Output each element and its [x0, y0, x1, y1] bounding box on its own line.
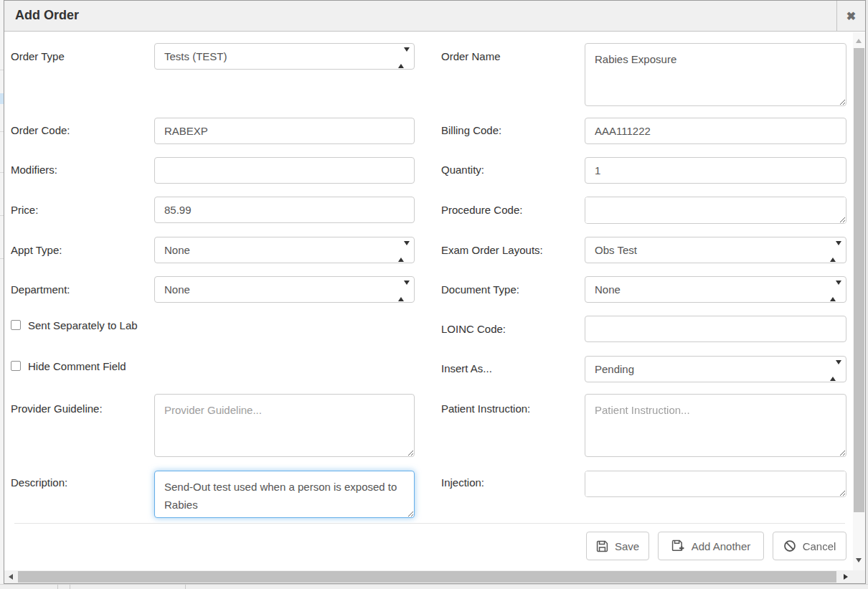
save-button[interactable]: Save: [586, 532, 649, 560]
chevron-updown-icon: [398, 52, 405, 62]
document-type-label: Document Type:: [441, 283, 519, 296]
background-table-line: [185, 585, 186, 589]
horizontal-scrollbar-thumb[interactable]: [18, 571, 836, 583]
price-input[interactable]: [154, 197, 415, 223]
exam-order-layouts-label: Exam Order Layouts:: [441, 244, 543, 256]
billing-code-input[interactable]: [585, 118, 846, 144]
close-icon: ✖: [846, 11, 856, 22]
order-type-value: Tests (TEST): [164, 50, 227, 62]
appt-type-label: Appt Type:: [11, 244, 62, 256]
exam-order-layouts-select[interactable]: Obs Test: [585, 237, 846, 263]
footer-divider: [14, 523, 845, 524]
procedure-code-textarea[interactable]: [585, 197, 846, 224]
injection-textarea[interactable]: [585, 471, 846, 497]
floppy-disk-plus-icon: [671, 539, 685, 552]
quantity-input[interactable]: [585, 157, 846, 184]
injection-label: Injection:: [441, 476, 484, 489]
scroll-left-arrow-icon[interactable]: [9, 574, 13, 580]
background-table-line: [70, 585, 70, 589]
add-order-dialog: Add Order ✖ Order Type Tests (TEST) Orde…: [4, 0, 866, 584]
order-type-label: Order Type: [11, 50, 65, 62]
patient-instruction-label: Patient Instruction:: [441, 402, 530, 415]
add-another-button[interactable]: Add Another: [658, 532, 764, 560]
close-button[interactable]: ✖: [836, 1, 865, 32]
chevron-updown-icon: [398, 245, 405, 255]
chevron-updown-icon: [830, 364, 836, 374]
insert-as-value: Pending: [595, 363, 634, 375]
background-page-bottom-sliver: [0, 584, 868, 589]
order-code-input[interactable]: [154, 118, 415, 144]
billing-code-label: Billing Code:: [441, 124, 501, 136]
scrollbar-corner: [853, 570, 865, 583]
scroll-right-arrow-icon[interactable]: [844, 574, 848, 580]
document-type-value: None: [595, 283, 621, 296]
document-type-select[interactable]: None: [585, 276, 846, 303]
ban-circle-icon: [783, 539, 796, 552]
horizontal-scrollbar[interactable]: [4, 570, 853, 583]
order-name-label: Order Name: [441, 50, 501, 62]
order-name-textarea[interactable]: Rabies Exposure: [585, 43, 846, 106]
price-label: Price:: [11, 204, 38, 216]
order-type-select[interactable]: Tests (TEST): [154, 43, 415, 70]
dialog-header: Add Order ✖: [4, 1, 865, 32]
chevron-updown-icon: [830, 285, 836, 295]
insert-as-select[interactable]: Pending: [585, 356, 846, 382]
loinc-code-input[interactable]: [585, 316, 846, 342]
department-select[interactable]: None: [154, 276, 415, 303]
provider-guideline-textarea[interactable]: [154, 394, 415, 457]
hide-comment-field-label: Hide Comment Field: [28, 360, 126, 372]
cancel-button-label: Cancel: [803, 540, 836, 552]
sent-separately-to-lab-label: Sent Separately to Lab: [28, 319, 138, 331]
patient-instruction-textarea[interactable]: [585, 394, 846, 457]
chevron-updown-icon: [830, 245, 836, 255]
add-another-button-label: Add Another: [692, 540, 751, 552]
department-value: None: [164, 283, 190, 296]
screen: Add Order ✖ Order Type Tests (TEST) Orde…: [0, 0, 868, 589]
appt-type-value: None: [164, 244, 190, 256]
save-button-label: Save: [615, 540, 639, 552]
procedure-code-label: Procedure Code:: [441, 204, 522, 216]
department-label: Department:: [11, 283, 70, 296]
description-label: Description:: [11, 476, 67, 489]
appt-type-select[interactable]: None: [154, 237, 415, 263]
insert-as-label: Insert As...: [441, 362, 492, 374]
sent-separately-to-lab-checkbox[interactable]: [11, 320, 21, 330]
vertical-scrollbar-thumb[interactable]: [854, 48, 864, 512]
provider-guideline-label: Provider Guideline:: [11, 402, 103, 415]
dialog-title: Add Order: [15, 8, 79, 23]
quantity-label: Quantity:: [441, 164, 484, 176]
cancel-button[interactable]: Cancel: [773, 532, 846, 560]
dialog-body: Order Type Tests (TEST) Order Name Rabie…: [4, 32, 853, 570]
order-code-label: Order Code:: [11, 124, 70, 136]
exam-order-layouts-value: Obs Test: [595, 244, 637, 256]
floppy-disk-icon: [596, 540, 608, 552]
description-textarea[interactable]: Send-Out test used when a person is expo…: [154, 471, 415, 518]
scroll-up-arrow-icon[interactable]: [856, 39, 862, 43]
modifiers-input[interactable]: [154, 157, 415, 184]
loinc-code-label: LOINC Code:: [441, 323, 506, 335]
scroll-down-arrow-icon[interactable]: [856, 558, 862, 562]
hide-comment-field-checkbox[interactable]: [11, 361, 21, 371]
vertical-scrollbar[interactable]: [853, 32, 865, 571]
chevron-updown-icon: [398, 285, 405, 295]
background-table-line: [57, 585, 58, 589]
modifiers-label: Modifiers:: [11, 164, 57, 176]
